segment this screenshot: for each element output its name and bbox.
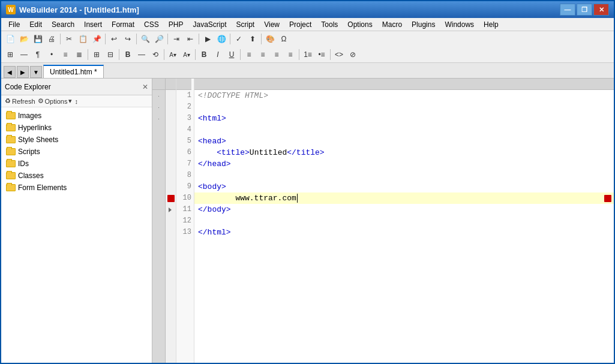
copy-button[interactable]: 📋 [76, 33, 89, 45]
outdent-button[interactable]: ⇤ [184, 33, 197, 45]
menu-insert[interactable]: Insert [79, 19, 107, 30]
indent-button[interactable]: ⇥ [170, 33, 183, 45]
save-button[interactable]: 💾 [31, 33, 44, 45]
close-button[interactable]: ✕ [593, 4, 609, 16]
restore-button[interactable]: ❐ [577, 4, 592, 16]
tab-back-button[interactable]: ◀ [4, 66, 16, 78]
validate-button[interactable]: ✓ [232, 33, 245, 45]
sep5 [199, 34, 199, 44]
tree-item-hyperlinks[interactable]: Hyperlinks [1, 122, 152, 134]
wrap-button[interactable]: ⟲ [149, 49, 162, 61]
code-line-11[interactable]: </body> [194, 204, 614, 215]
align-right[interactable]: ≡ [270, 49, 283, 61]
code-line-4[interactable] [194, 124, 614, 136]
sidebar-refresh-button[interactable]: ♻ Refresh [5, 97, 35, 105]
code-line-3[interactable]: <html> [194, 113, 614, 124]
tree-item-stylesheets[interactable]: Style Sheets [1, 134, 152, 146]
ftp-button[interactable]: ⬆ [246, 33, 259, 45]
gutter-cell-3[interactable]: · [152, 90, 165, 101]
format-italic[interactable]: I [211, 49, 224, 61]
tab-dropdown-button[interactable]: ▼ [30, 66, 42, 78]
menu-windows[interactable]: Windows [440, 19, 479, 30]
sidebar-title: Code Explorer [5, 83, 51, 91]
menu-file[interactable]: File [4, 19, 25, 30]
color-button[interactable]: 🎨 [263, 33, 277, 45]
table2-button[interactable]: ⊟ [104, 49, 117, 61]
format-bold[interactable]: B [197, 49, 211, 61]
tree-item-ids[interactable]: IDs [1, 158, 152, 170]
menu-view[interactable]: View [259, 19, 284, 30]
tb2-btn1[interactable]: ⊞ [4, 49, 17, 61]
tag-btn[interactable]: <> [332, 49, 346, 61]
sidebar-options-button[interactable]: ⚙ Options ▾ [38, 97, 73, 105]
menu-edit[interactable]: Edit [25, 19, 47, 30]
tree-item-scripts[interactable]: Scripts [1, 146, 152, 158]
redo-button[interactable]: ↪ [121, 33, 134, 45]
bold-button[interactable]: B [121, 49, 134, 61]
strip-btn[interactable]: ⊘ [346, 49, 359, 61]
fontcolor-button[interactable]: A▾ [166, 49, 179, 61]
format-underline[interactable]: U [225, 49, 238, 61]
special-char-button[interactable]: Ω [277, 33, 290, 45]
undo-button[interactable]: ↩ [107, 33, 121, 45]
replace-button[interactable]: 🔎 [152, 33, 166, 45]
code-line-8[interactable] [194, 170, 614, 181]
gutter-cell-9[interactable]: · [152, 113, 165, 124]
collapse-arrow-icon[interactable] [169, 207, 173, 212]
tb2-btn4[interactable]: • [45, 49, 58, 61]
gutter-cell-5[interactable]: · [152, 101, 165, 113]
tree-item-classes[interactable]: Classes [1, 170, 152, 182]
menu-options[interactable]: Options [343, 19, 377, 30]
cut-button[interactable]: ✂ [62, 33, 76, 45]
code-line-12[interactable] [194, 215, 614, 227]
new-button[interactable]: 📄 [4, 33, 17, 45]
minimize-button[interactable]: — [560, 4, 575, 16]
run-button[interactable]: ▶ [201, 33, 214, 45]
menu-help[interactable]: Help [479, 19, 503, 30]
code-line-7[interactable]: </head> [194, 158, 614, 170]
list-ul[interactable]: •≡ [315, 49, 328, 61]
tree-item-images[interactable]: Images [1, 110, 152, 122]
code-line-13[interactable]: </html> [194, 227, 614, 238]
code-line-2[interactable] [194, 101, 614, 113]
menu-css[interactable]: CSS [139, 19, 164, 30]
code-line-5[interactable]: <head> [194, 136, 614, 147]
menu-format[interactable]: Format [107, 19, 139, 30]
browse-button[interactable]: 🌐 [215, 33, 228, 45]
menu-php[interactable]: PHP [164, 19, 188, 30]
menu-macro[interactable]: Macro [377, 19, 407, 30]
menu-search[interactable]: Search [47, 19, 79, 30]
tab-forward-button[interactable]: ▶ [17, 66, 29, 78]
menu-project[interactable]: Project [284, 19, 316, 30]
tb2-btn5[interactable]: ≡ [59, 49, 72, 61]
tb2-btn6[interactable]: ≣ [73, 49, 86, 61]
tb2-btn3[interactable]: ¶ [31, 49, 44, 61]
paste-button[interactable]: 📌 [90, 33, 103, 45]
list-ol[interactable]: 1≡ [301, 49, 314, 61]
code-line-10[interactable]: www.ttrar.com [194, 192, 614, 204]
align-left[interactable]: ≡ [242, 49, 256, 61]
tab-untitled1[interactable]: Untitled1.htm * [43, 65, 104, 78]
open-button[interactable]: 📂 [17, 33, 31, 45]
fontsize-button[interactable]: A▾ [180, 49, 193, 61]
code-editor[interactable]: <!DOCTYPE HTML> <html> <head> <title>Unt… [194, 79, 614, 363]
code-content-12 [198, 215, 203, 227]
menu-plugins[interactable]: Plugins [407, 19, 440, 30]
code-line-1[interactable]: <!DOCTYPE HTML> [194, 90, 614, 101]
align-center[interactable]: ≡ [256, 49, 269, 61]
menu-tools[interactable]: Tools [316, 19, 343, 30]
bookmark-10[interactable] [166, 192, 176, 204]
hr-button[interactable]: — [135, 49, 148, 61]
table-button[interactable]: ⊞ [90, 49, 103, 61]
menu-script[interactable]: Script [232, 19, 260, 30]
sidebar-sort-button[interactable]: ↕ [74, 98, 78, 105]
sidebar-close-button[interactable]: ✕ [142, 83, 148, 91]
print-button[interactable]: 🖨 [45, 33, 58, 45]
align-justify[interactable]: ≡ [284, 49, 297, 61]
find-button[interactable]: 🔍 [139, 33, 152, 45]
code-line-6[interactable]: <title>Untitled</title> [194, 147, 614, 158]
tree-item-form-elements[interactable]: Form Elements [1, 182, 152, 194]
code-line-9[interactable]: <body> [194, 181, 614, 192]
menu-javascript[interactable]: JavaScript [188, 19, 231, 30]
tb2-btn2[interactable]: — [17, 49, 31, 61]
